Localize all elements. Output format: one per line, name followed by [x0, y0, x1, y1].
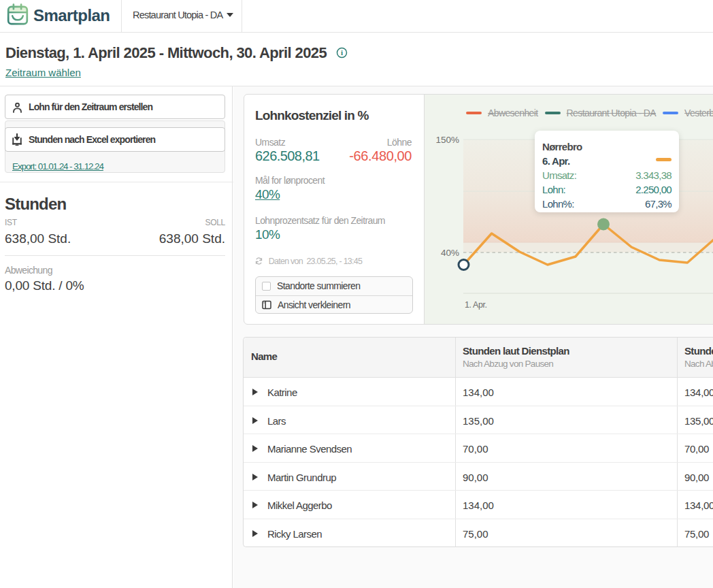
- svg-text:i: i: [341, 48, 343, 56]
